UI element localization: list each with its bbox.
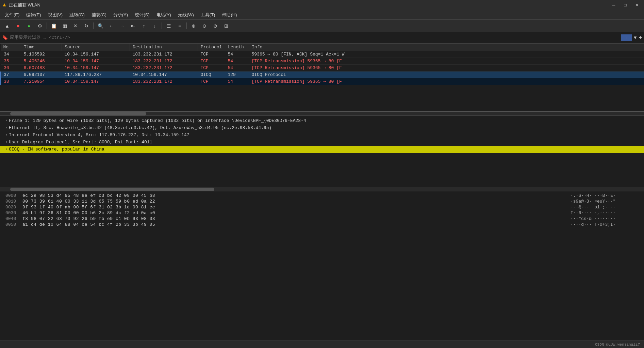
toolbar-sep4: [186, 22, 187, 29]
col-header-proto: Protocol: [198, 44, 225, 51]
toolbar-restart[interactable]: ●: [24, 21, 34, 31]
cell-src: 10.34.159.147: [62, 58, 130, 65]
filterbar: 🔖 → ▼ +: [0, 32, 644, 44]
table-row[interactable]: 366.00748310.34.159.147183.232.231.172TC…: [1, 65, 644, 72]
col-header-time: Time: [21, 44, 62, 51]
maximize-button[interactable]: □: [621, 2, 630, 9]
menu-phone[interactable]: 电话(Y): [153, 11, 175, 19]
toolbar-search[interactable]: 🔍: [95, 21, 105, 31]
cell-src: 10.34.159.147: [62, 65, 130, 72]
filter-dropdown-icon[interactable]: ▼: [634, 35, 637, 41]
menu-jump[interactable]: 跳转(G): [66, 11, 88, 19]
toolbar-zoom-reset[interactable]: ⊘: [210, 21, 220, 31]
cell-time: 5.406246: [21, 58, 62, 65]
close-button[interactable]: ✕: [632, 2, 641, 9]
filter-icon: 🔖: [2, 35, 8, 41]
hex-bytes: ec 2e 98 53 d4 95 48 8e ef c3 bc 42 08 0…: [22, 193, 564, 198]
cell-dst: 183.232.231.172: [130, 58, 198, 65]
cell-time: 6.007483: [21, 65, 62, 72]
toolbar-zoom-out[interactable]: ⊖: [199, 21, 210, 31]
filter-apply-button[interactable]: →: [621, 34, 632, 41]
packet-table: No. Time Source Destination Protocol Len…: [0, 44, 644, 85]
table-row[interactable]: 376.092107117.89.176.23710.34.159.147OIC…: [1, 72, 644, 78]
hex-bytes: a1 c4 de 10 64 88 04 ce 54 bc 4f 2b 33 3…: [22, 222, 564, 227]
cell-time: 7.210954: [21, 78, 62, 85]
toolbar-forward[interactable]: →: [117, 21, 127, 31]
cell-proto: OICQ: [198, 72, 225, 78]
table-row[interactable]: 345.10559210.34.159.147183.232.231.172TC…: [1, 51, 644, 58]
cell-src: 10.34.159.147: [62, 51, 130, 58]
hex-bytes: 00 73 39 61 40 00 33 11 3d 65 75 59 b0 e…: [22, 199, 564, 204]
main-container: No. Time Source Destination Protocol Len…: [0, 44, 644, 348]
status-text: CSDN @LJW_wenjingli7: [595, 343, 640, 347]
toolbar-down[interactable]: ↓: [150, 21, 160, 31]
col-header-dst: Destination: [130, 44, 198, 51]
hex-panel: 0000ec 2e 98 53 d4 95 48 8e ef c3 bc 42 …: [0, 191, 644, 341]
menu-stats[interactable]: 统计(S): [131, 11, 153, 19]
detail-row-arrow: ›: [5, 119, 7, 123]
toolbar-sep1: [47, 22, 47, 29]
menu-file[interactable]: 文件(E): [1, 11, 23, 19]
detail-row[interactable]: ›Ethernet II, Src: HuaweiTe_c3:bc:42 (48…: [0, 124, 644, 131]
detail-row[interactable]: ›OICQ - IM software, popular in China: [0, 146, 644, 153]
cell-info: [TCP Retransmission] 59365 → 80 [F: [249, 58, 644, 65]
table-row[interactable]: 387.21095410.34.159.147183.232.231.172TC…: [1, 78, 644, 85]
filter-add-icon[interactable]: +: [639, 35, 642, 41]
detail-row[interactable]: ›Internet Protocol Version 4, Src: 117.8…: [0, 131, 644, 139]
col-header-no: No.: [1, 44, 21, 51]
cell-no: 36: [1, 65, 21, 72]
app-icon: ▲: [3, 2, 6, 8]
hex-offset: 0000: [5, 193, 22, 198]
menu-analyze[interactable]: 分析(A): [110, 11, 131, 19]
cell-no: 34: [1, 51, 21, 58]
detail-row-text: OICQ - IM software, popular in China: [9, 147, 104, 152]
cell-no: 35: [1, 58, 21, 65]
minimize-button[interactable]: ─: [609, 2, 618, 9]
toolbar-back[interactable]: ←: [106, 21, 116, 31]
hex-row: 0000ec 2e 98 53 d4 95 48 8e ef c3 bc 42 …: [0, 193, 644, 199]
col-header-info: Info: [249, 44, 644, 51]
toolbar-zoom-in[interactable]: ⊕: [188, 21, 199, 31]
hscroll-thumb[interactable]: [10, 112, 146, 115]
toolbar-sep2: [93, 22, 94, 29]
detail-row[interactable]: ›Frame 1: 129 bytes on wire (1032 bits),…: [0, 117, 644, 124]
menu-capture[interactable]: 捕获(C): [88, 11, 110, 19]
detail-hscroll[interactable]: [0, 187, 644, 191]
table-row[interactable]: 355.40624610.34.159.147183.232.231.172TC…: [1, 58, 644, 65]
hex-offset: 0050: [5, 222, 22, 227]
menu-help[interactable]: 帮助(H): [218, 11, 240, 19]
toolbar-settings[interactable]: ⚙: [35, 21, 45, 31]
toolbar-resize[interactable]: ⊞: [221, 21, 231, 31]
toolbar-refresh[interactable]: ↻: [81, 21, 92, 31]
detail-row-arrow: ›: [5, 147, 7, 151]
window-controls: ─ □ ✕: [609, 2, 641, 9]
menu-view[interactable]: 视图(V): [45, 11, 66, 19]
toolbar-align[interactable]: ☰: [164, 21, 174, 31]
menu-wireless[interactable]: 无线(W): [175, 11, 197, 19]
cell-proto: TCP: [198, 78, 225, 85]
detail-hscroll-thumb[interactable]: [10, 188, 214, 191]
detail-row-arrow: ›: [5, 133, 7, 137]
filter-input[interactable]: [10, 35, 619, 40]
packet-list-hscroll[interactable]: [0, 112, 644, 116]
toolbar-table[interactable]: ▦: [60, 21, 70, 31]
cell-len: 54: [225, 78, 249, 85]
toolbar-goto[interactable]: ⇤: [128, 21, 138, 31]
window-title: 正在捕获 WLAN: [9, 2, 609, 8]
cell-dst: 183.232.231.172: [130, 51, 198, 58]
toolbar-open[interactable]: 📋: [49, 21, 59, 31]
toolbar-up[interactable]: ↑: [139, 21, 149, 31]
cell-no: 38: [1, 78, 21, 85]
menu-tools[interactable]: 工具(T): [197, 11, 219, 19]
toolbar-flag[interactable]: ▲: [2, 21, 12, 31]
detail-row[interactable]: ›User Datagram Protocol, Src Port: 8000,…: [0, 139, 644, 146]
toolbar-stop[interactable]: ■: [13, 21, 23, 31]
menu-edit[interactable]: 编辑(E): [23, 11, 44, 19]
toolbar-list[interactable]: ≡: [175, 21, 185, 31]
detail-row-arrow: ›: [5, 126, 7, 130]
col-header-len: Length: [225, 44, 249, 51]
toolbar-close[interactable]: ✕: [70, 21, 81, 31]
hex-ascii: ·s9a@·3· =euY···": [571, 199, 639, 204]
cell-time: 6.092107: [21, 72, 62, 78]
statusbar: CSDN @LJW_wenjingli7: [0, 341, 644, 348]
